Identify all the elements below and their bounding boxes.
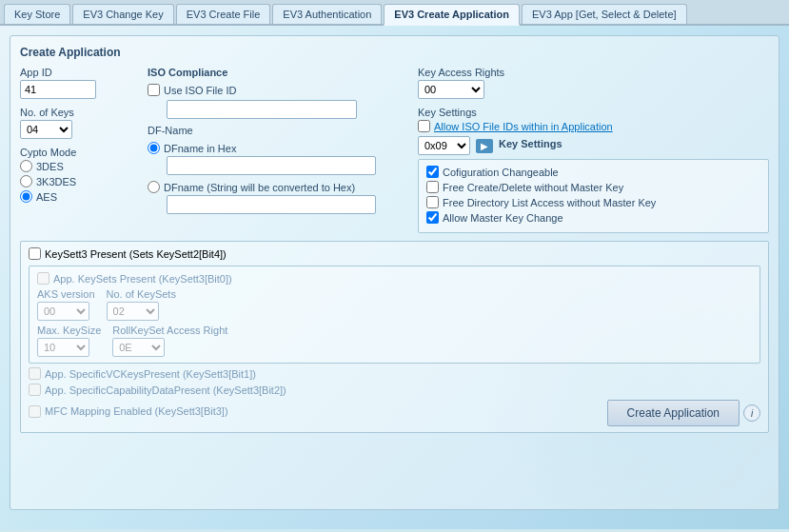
ks-allow-master-key-change-input[interactable]	[426, 211, 439, 224]
app-id-label: App ID	[20, 67, 134, 78]
radio-dfname-hex-label: DFname in Hex	[164, 143, 236, 154]
tab-ev3-app[interactable]: EV3 App [Get, Select & Delete]	[522, 4, 687, 24]
mfc-mapping-label: MFC Mapping Enabled (KeySett3[Bit3])	[45, 405, 228, 417]
crypto-mode-label: Cypto Mode	[20, 147, 134, 158]
dfname-hex-input[interactable]	[167, 156, 376, 175]
dfname-string-group: DFname (String will be converted to Hex)	[148, 181, 404, 214]
capability-row: App. SpecificCapabilityDataPresent (KeyS…	[29, 384, 760, 396]
app-id-group: App ID	[20, 67, 134, 99]
mfc-mapping-checkbox[interactable]: MFC Mapping Enabled (KeySett3[Bit3])	[29, 405, 228, 418]
rollkeyset-group: RollKeySet Access Right 0E	[112, 325, 227, 357]
radio-3des-label: 3DES	[36, 161, 64, 172]
keysett3-header: KeySett3 Present (Sets KeySett2[Bit4])	[29, 247, 760, 260]
radio-3k3des-input[interactable]	[20, 175, 32, 187]
num-keys-label: No. of Keys	[20, 107, 134, 118]
capability-label: App. SpecificCapabilityDataPresent (KeyS…	[45, 384, 286, 396]
df-name-label: DF-Name	[148, 125, 404, 136]
specificvc-row: App. SpecificVCKeysPresent (KeySett3[Bit…	[29, 367, 760, 380]
ks-free-dir-list-label: Free Directory List Access without Maste…	[443, 197, 656, 208]
content-area: Create Application App ID No. of Keys 04…	[10, 35, 779, 510]
max-keysize-label: Max. KeySize	[37, 325, 101, 336]
radio-aes-input[interactable]	[20, 190, 32, 203]
max-keysize-select[interactable]: 10	[37, 338, 89, 357]
radio-3k3des[interactable]: 3K3DES	[20, 175, 134, 187]
appkeyset-header: App. KeySets Present (KeySett3[Bit0])	[37, 272, 752, 285]
capability-input[interactable]	[29, 384, 41, 396]
use-iso-file-id-label: Use ISO File ID	[164, 85, 236, 96]
specificvc-input[interactable]	[29, 367, 41, 380]
tab-ev3-create-file[interactable]: EV3 Create File	[176, 4, 271, 24]
num-keysets-select[interactable]: 02	[107, 302, 159, 321]
ks-arrow-button[interactable]: ▶	[476, 139, 493, 153]
appkeyset-area: App. KeySets Present (KeySett3[Bit0]) AK…	[29, 266, 760, 364]
mfc-mapping-input[interactable]	[29, 405, 41, 418]
tab-key-store[interactable]: Key Store	[4, 4, 70, 24]
use-iso-file-id-input[interactable]	[148, 84, 160, 96]
num-keysets-label: No. of KeySets	[107, 288, 176, 300]
main-content: Create Application App ID No. of Keys 04…	[0, 26, 789, 529]
iso-file-id-value-input[interactable]	[167, 100, 357, 119]
key-settings-inner: Cofiguration Changeable Free Create/Dele…	[418, 159, 769, 233]
aks-version-select[interactable]: 00	[37, 302, 89, 321]
create-application-button[interactable]: Create Application	[607, 400, 740, 426]
iso-section-title: ISO Compliance	[148, 67, 404, 78]
max-keysize-group: Max. KeySize 10	[37, 325, 101, 357]
right-column: Key Access Rights 00 Key Settings Allow …	[418, 67, 769, 233]
ks-allow-master-key-change-label: Allow Master Key Change	[443, 212, 563, 224]
tab-ev3-change-key[interactable]: EV3 Change Key	[72, 4, 173, 24]
ks-config-changeable-input[interactable]	[426, 166, 439, 178]
key-access-rights-select[interactable]: 00	[418, 80, 484, 99]
radio-aes-label: AES	[36, 191, 57, 203]
radio-dfname-hex[interactable]: DFname in Hex	[148, 142, 404, 154]
radio-aes[interactable]: AES	[20, 190, 134, 203]
allow-iso-checkbox[interactable]: Allow ISO File IDs within in Application	[418, 120, 769, 132]
rollkeyset-label: RollKeySet Access Right	[112, 325, 227, 336]
section-title: Create Application	[20, 46, 769, 59]
tab-ev3-create-application[interactable]: EV3 Create Application	[384, 4, 520, 26]
radio-dfname-string-input[interactable]	[148, 181, 160, 193]
appkeyset-checkbox[interactable]	[37, 272, 49, 285]
key-access-rights-title: Key Access Rights	[418, 67, 769, 78]
rollkeyset-select[interactable]: 0E	[112, 338, 165, 357]
ks-free-create-delete[interactable]: Free Create/Delete without Master Key	[426, 181, 760, 193]
dfname-radio-group: DFname in Hex DFname (String will be con…	[148, 142, 404, 214]
ks-config-changeable[interactable]: Cofiguration Changeable	[426, 166, 760, 178]
dfname-section: DFname in Hex DFname (String will be con…	[148, 142, 404, 214]
num-keys-group: No. of Keys 04	[20, 107, 134, 139]
specificvc-checkbox[interactable]: App. SpecificVCKeysPresent (KeySett3[Bit…	[29, 367, 760, 380]
ks-free-create-delete-input[interactable]	[426, 181, 439, 193]
num-keysets-group: No. of KeySets 02	[107, 288, 176, 321]
ks-value-row: 0x09 ▶ Key Settings	[418, 136, 769, 155]
key-access-rights-group: Key Access Rights 00	[418, 67, 769, 99]
app-id-input[interactable]	[20, 80, 96, 99]
capability-checkbox[interactable]: App. SpecificCapabilityDataPresent (KeyS…	[29, 384, 760, 396]
info-icon[interactable]: i	[743, 404, 760, 422]
ks-config-changeable-label: Cofiguration Changeable	[443, 167, 559, 178]
ks-free-dir-list-input[interactable]	[426, 196, 439, 208]
radio-dfname-hex-input[interactable]	[148, 142, 160, 154]
ks-free-dir-list[interactable]: Free Directory List Access without Maste…	[426, 196, 760, 208]
bottom-section: KeySett3 Present (Sets KeySett2[Bit4]) A…	[20, 241, 769, 433]
tab-bar: Key Store EV3 Change Key EV3 Create File…	[0, 0, 789, 26]
appkeyset-label: App. KeySets Present (KeySett3[Bit0])	[53, 273, 232, 285]
keysett3-checkbox[interactable]	[29, 247, 41, 260]
key-settings-title: Key Settings	[418, 107, 769, 118]
radio-3des-input[interactable]	[20, 160, 32, 172]
dfname-hex-group: DFname in Hex	[148, 142, 404, 175]
create-btn-group: Create Application i	[607, 400, 760, 426]
aks-version-label: AKS version	[37, 288, 95, 300]
radio-dfname-string-label: DFname (String will be converted to Hex)	[164, 182, 355, 193]
num-keys-select[interactable]: 04	[20, 120, 72, 139]
crypto-radio-group: 3DES 3K3DES AES	[20, 160, 134, 203]
ks-allow-master-key-change[interactable]: Allow Master Key Change	[426, 211, 760, 224]
ks-settings-inner-title: Key Settings	[499, 138, 562, 149]
ks-value-select[interactable]: 0x09	[418, 136, 470, 155]
tab-ev3-authentication[interactable]: EV3 Authentication	[272, 4, 382, 24]
dfname-string-input[interactable]	[167, 195, 376, 214]
use-iso-file-id-checkbox[interactable]: Use ISO File ID	[148, 84, 404, 96]
allow-iso-input[interactable]	[418, 120, 430, 132]
radio-dfname-string[interactable]: DFname (String will be converted to Hex)	[148, 181, 404, 193]
aks-version-group: AKS version 00	[37, 288, 95, 321]
crypto-mode-group: Cypto Mode 3DES 3K3DES AES	[20, 147, 134, 203]
radio-3des[interactable]: 3DES	[20, 160, 134, 172]
